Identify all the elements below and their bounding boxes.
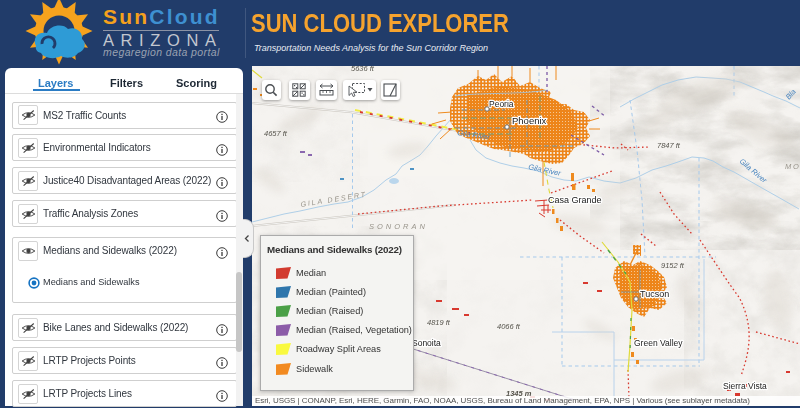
svg-text:4066 ft: 4066 ft: [497, 322, 521, 331]
svg-text:9152 ft: 9152 ft: [661, 261, 685, 270]
svg-text:Tucson: Tucson: [640, 289, 669, 299]
svg-text:4657 ft: 4657 ft: [264, 129, 288, 138]
svg-text:Sonoita: Sonoita: [412, 338, 441, 348]
svg-text:Green Valley: Green Valley: [634, 338, 683, 348]
svg-text:Phoenix: Phoenix: [512, 115, 547, 126]
svg-text:MO: MO: [785, 162, 800, 171]
svg-text:SONORAN: SONORAN: [369, 222, 428, 231]
svg-text:Casa Grande: Casa Grande: [548, 195, 602, 205]
svg-text:Peoria: Peoria: [489, 99, 514, 109]
svg-text:Sierra Vista: Sierra Vista: [723, 381, 767, 391]
svg-text:4819 ft: 4819 ft: [427, 318, 451, 327]
svg-text:5636 ft: 5636 ft: [351, 66, 375, 73]
svg-text:7847 ft: 7847 ft: [657, 141, 681, 150]
